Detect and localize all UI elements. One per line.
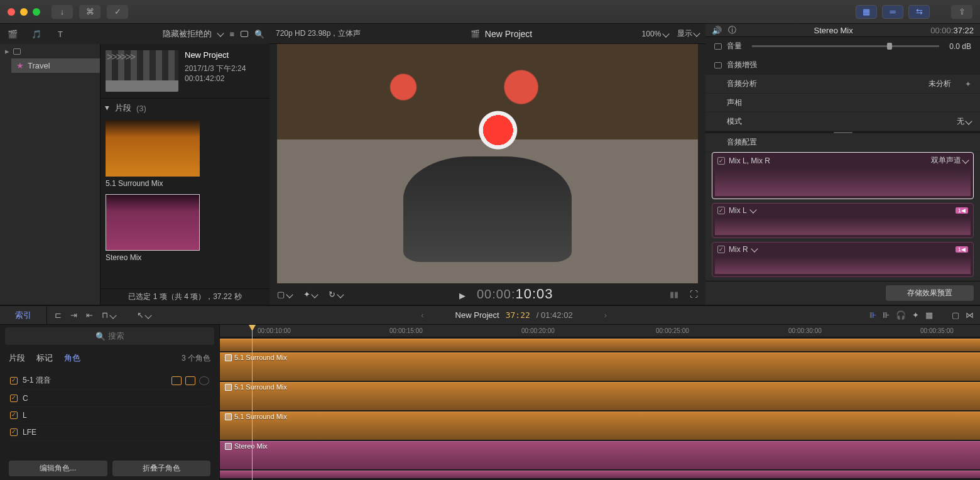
workspace-timeline-button[interactable]: ═ <box>882 5 903 19</box>
transitions-browser-icon[interactable]: ⋈ <box>966 310 974 320</box>
minimize-window[interactable] <box>20 8 28 16</box>
search-icon[interactable]: 🔍 <box>254 30 264 39</box>
library-icon[interactable]: 🎬 <box>5 28 20 40</box>
solo-icon[interactable]: 🎧 <box>896 310 906 320</box>
mode-label: 模式 <box>727 116 742 127</box>
channel-mix-r[interactable]: Mix R 1◀ <box>712 242 974 277</box>
role-checkbox[interactable] <box>10 377 18 385</box>
insert-clip-icon[interactable]: ⇥ <box>70 310 77 320</box>
index-tab-clips[interactable]: 片段 <box>9 352 25 364</box>
role-item-lfe[interactable]: LFE <box>9 424 210 441</box>
edit-roles-button[interactable]: 编辑角色... <box>9 461 107 476</box>
library-sidebar: ▸ ★ Travel <box>0 44 101 305</box>
analysis-label: 音频分析 <box>727 79 757 89</box>
fullscreen-icon[interactable]: ⛶ <box>690 290 698 299</box>
viewer-canvas[interactable] <box>277 44 698 283</box>
skimming-icon[interactable]: ⊪ <box>869 310 876 320</box>
project-item[interactable]: New Project 2017/1/3 下午2:24 00:01:42:02 <box>101 44 270 99</box>
timeline-duration: 01:42:02 <box>541 310 573 320</box>
channel-waveform <box>715 217 971 235</box>
snapping-icon[interactable]: ✦ <box>912 310 919 320</box>
audio-inspector-icon[interactable]: 🔊 <box>712 26 722 35</box>
sidebar-event-travel[interactable]: ★ Travel <box>11 58 100 73</box>
lane-stereo-1[interactable]: Stereo Mix <box>220 441 980 469</box>
channel-type-dropdown[interactable]: 双单声道 <box>931 155 968 166</box>
channel-mix-l[interactable]: Mix L 1◀ <box>712 203 974 238</box>
next-edit-icon[interactable]: › <box>604 310 607 320</box>
role-item-mix[interactable]: 5-1 混音 <box>9 371 210 390</box>
role-focus-icon[interactable] <box>185 376 195 385</box>
timeline-index-panel: 🔍 搜索 片段 标记 角色 3 个角色 5-1 混音 C <box>0 325 220 480</box>
viewer-timecode[interactable]: 00:00:10:03 <box>477 286 553 302</box>
role-item-c[interactable]: C <box>9 390 210 407</box>
index-search-input[interactable]: 🔍 搜索 <box>5 327 214 345</box>
timeline-lanes[interactable]: 00:00:10:00 00:00:15:00 00:00:20:00 00:0… <box>220 325 980 480</box>
mode-dropdown[interactable]: 无 <box>957 116 971 127</box>
connect-clip-icon[interactable]: ⊏ <box>55 310 62 320</box>
transform-tool[interactable]: ▢ <box>277 290 292 299</box>
index-tab-roles[interactable]: 角色 <box>64 352 80 364</box>
workspace-browser-button[interactable]: ▦ <box>856 5 877 19</box>
append-clip-icon[interactable]: ⇤ <box>86 310 93 320</box>
channel-mix-lr[interactable]: Mix L, Mix R 双单声道 <box>712 152 974 199</box>
prev-edit-icon[interactable]: ‹ <box>421 310 423 320</box>
playhead[interactable] <box>252 325 253 480</box>
info-inspector-icon[interactable]: ⓘ <box>728 25 736 36</box>
lane-primary[interactable] <box>220 339 980 351</box>
role-lane-icon[interactable] <box>172 376 182 385</box>
clip-item-stereo[interactable]: Stereo Mix <box>106 194 264 262</box>
zoom-dropdown[interactable]: 100% <box>642 30 668 38</box>
chevron-down-icon <box>217 30 224 36</box>
channel-checkbox[interactable] <box>717 207 725 214</box>
background-tasks-button[interactable]: ✓ <box>107 5 128 19</box>
overwrite-clip-icon[interactable]: ⊓ <box>102 310 116 320</box>
viewer-image <box>277 44 698 283</box>
window-controls <box>8 8 40 16</box>
keyword-button[interactable]: ⌘ <box>79 5 101 19</box>
display-dropdown[interactable]: 显示 <box>677 28 699 39</box>
photos-icon[interactable]: 🎵 <box>29 28 44 40</box>
titles-icon[interactable]: T <box>53 28 68 40</box>
roles-count: 3 个角色 <box>182 353 210 364</box>
event-label: Travel <box>28 61 50 70</box>
play-button[interactable]: ▶ <box>459 291 466 300</box>
zoom-window[interactable] <box>33 8 40 16</box>
clip-appearance-icon[interactable]: ≡ <box>229 30 234 39</box>
channel-checkbox[interactable] <box>717 246 725 253</box>
effects-tool[interactable]: ✦ <box>303 290 318 299</box>
audio-skimming-icon[interactable]: ⊪ <box>883 310 890 320</box>
lane-surround-1[interactable]: 5.1 Surround Mix <box>220 352 980 381</box>
close-window[interactable] <box>8 8 15 16</box>
clip-item-surround[interactable]: 5.1 Surround Mix <box>106 120 264 188</box>
role-collapse-icon[interactable] <box>199 376 209 385</box>
filter-dropdown[interactable]: 隐藏被拒绝的 <box>163 28 212 40</box>
lane-surround-2[interactable]: 5.1 Surround Mix <box>220 382 980 410</box>
sidebar-indent[interactable]: ▸ <box>0 44 100 58</box>
collapse-subroles-button[interactable]: 折叠子角色 <box>112 461 211 476</box>
share-button[interactable]: ⇧ <box>951 5 972 19</box>
filmstrip-icon[interactable] <box>241 30 248 39</box>
import-button[interactable]: ↓ <box>52 5 73 19</box>
project-thumbnail <box>106 50 178 92</box>
index-tab-markers[interactable]: 标记 <box>36 352 53 364</box>
effects-browser-icon[interactable]: ▢ <box>952 310 959 320</box>
loop-icon[interactable]: ▮▮ <box>670 290 678 299</box>
lane-surround-3[interactable]: 5.1 Surround Mix <box>220 412 980 440</box>
workspace-inspector-button[interactable]: ⇆ <box>908 5 930 19</box>
clip-appearance-icon[interactable]: ▦ <box>925 310 933 320</box>
role-item-l[interactable]: L <box>9 407 210 424</box>
timeline-index-button[interactable]: 索引 <box>0 306 47 324</box>
save-preset-button[interactable]: 存储效果预置 <box>886 285 974 301</box>
timeline-ruler[interactable]: 00:00:10:00 00:00:15:00 00:00:20:00 00:0… <box>220 325 980 337</box>
project-name: New Project <box>185 50 246 60</box>
channel-checkbox[interactable] <box>717 157 725 165</box>
volume-slider[interactable] <box>752 45 939 47</box>
analyze-button[interactable]: ✦ <box>965 80 971 89</box>
retime-tool[interactable]: ↻ <box>329 290 343 299</box>
select-tool[interactable]: ↖ <box>137 310 151 320</box>
event-star-icon: ★ <box>16 61 24 70</box>
browser-status: 已选定 1 项（共 4 项），37.22 秒 <box>101 288 270 305</box>
library-container-icon <box>13 48 21 55</box>
inspector-timecode: 00:00:37:22 <box>930 26 974 35</box>
lane-stereo-2[interactable] <box>220 471 980 478</box>
